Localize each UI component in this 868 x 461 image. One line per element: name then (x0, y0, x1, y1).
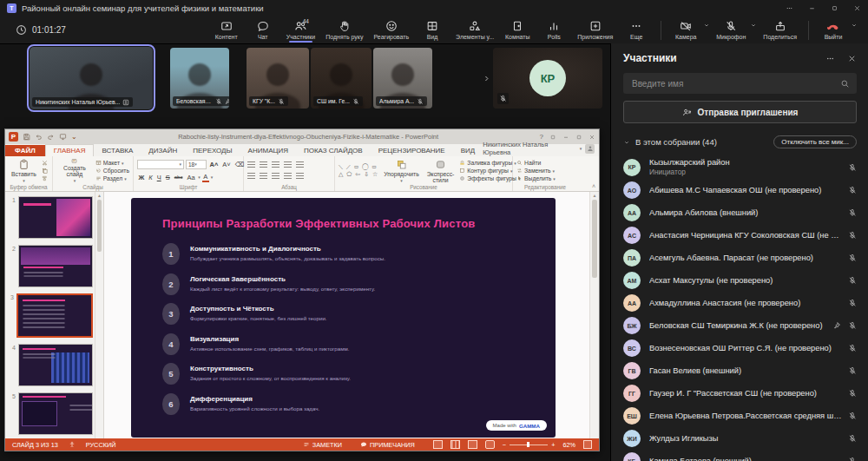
ppt-restore-icon[interactable] (575, 134, 582, 141)
align-right-button[interactable] (272, 173, 279, 180)
align-left-button[interactable] (247, 173, 255, 180)
bullets-button[interactable] (247, 161, 255, 168)
slide-thumbnail[interactable]: 1 (9, 196, 93, 239)
video-tile[interactable]: Никитинских Наталья Юрьев... (30, 47, 153, 109)
window-maximize-icon[interactable] (823, 0, 845, 16)
cut-icon[interactable] (42, 160, 48, 166)
slide-scrollbar[interactable]: ▲ (589, 192, 599, 438)
toolbar-button[interactable]: Поделиться (759, 18, 801, 41)
leave-button[interactable]: Выйти (816, 18, 851, 41)
mute-all-button[interactable]: Отключить все мик... (773, 135, 857, 148)
slide-thumbnail[interactable]: 4 (9, 344, 93, 386)
shape-fill-button[interactable]: Заливка фигуры▾ (459, 160, 520, 166)
zoom-in-icon[interactable]: + (551, 441, 555, 449)
chevron-down-icon[interactable] (703, 22, 710, 29)
video-tile[interactable]: Беловская СШ Темиркина... (170, 48, 229, 109)
video-tile[interactable]: СШ им. Ге... (311, 48, 372, 109)
search-input[interactable] (630, 78, 840, 89)
toolbar-button[interactable]: Поднять руку (321, 18, 367, 41)
account-info[interactable]: Никитинских Наталья Юрьевна▾ (483, 141, 599, 156)
toolbar-button[interactable]: Чат (246, 18, 280, 41)
columns-button[interactable] (296, 173, 304, 180)
participant-row[interactable]: ЖИ Жулдыз Игликызы (611, 427, 868, 450)
participant-row[interactable]: АМ Асхат Максутулы (не проверено) (611, 269, 868, 292)
shrink-font-icon[interactable]: A˅ (221, 161, 232, 168)
ribbon-tab[interactable]: ГЛАВНАЯ (45, 144, 95, 156)
participant-row[interactable]: КР Кызылжарский район Инициатор (611, 155, 868, 179)
accessibility-icon[interactable] (69, 441, 76, 448)
toolbar-button[interactable]: Вид (415, 18, 450, 41)
participant-row[interactable]: ПА Асемгуль Абаевна. Парасат (не провере… (611, 247, 868, 269)
strikethrough-button[interactable]: S (164, 174, 171, 181)
participant-row[interactable]: АО Абишева М.С Чапаевская ОШ (не провере… (611, 179, 868, 201)
replace-button[interactable]: Заменить▾ (516, 168, 556, 174)
mic-off-icon[interactable] (848, 344, 857, 352)
shape-outline-button[interactable]: Контур фигуры▾ (459, 168, 520, 174)
reading-view-icon[interactable] (468, 440, 477, 449)
spotlight-tile[interactable]: КР (493, 48, 602, 109)
italic-button[interactable]: К (148, 174, 154, 181)
mic-off-icon[interactable] (848, 208, 857, 217)
mic-off-icon[interactable] (848, 412, 857, 420)
mic-off-icon[interactable] (848, 254, 857, 262)
format-painter-icon[interactable] (42, 175, 48, 181)
ppt-minimize-icon[interactable] (562, 134, 569, 141)
video-tile[interactable]: Альмира А... (373, 48, 432, 109)
toolbar-button[interactable]: Приложения (573, 18, 617, 41)
participant-row[interactable]: КБ Камила Ботаева (внешний) (611, 450, 868, 461)
notes-button[interactable]: ЗАМЕТКИ (303, 441, 342, 449)
ribbon-tab[interactable]: ФАЙЛ (5, 145, 45, 156)
find-button[interactable]: Найти (516, 160, 556, 166)
new-slide-button[interactable]: Создать слайд▾ (56, 158, 93, 183)
toolbar-button[interactable]: Комнаты (500, 18, 535, 41)
mic-off-icon[interactable] (848, 276, 857, 285)
font-size-select[interactable]: 18▾ (186, 160, 207, 169)
font-name-select[interactable]: ▾ (137, 160, 184, 169)
text-shadow-button[interactable]: abc (173, 175, 184, 180)
participant-row[interactable]: АС Анастасия Черницина КГУ Соколовская С… (611, 224, 868, 247)
mic-off-icon[interactable] (848, 457, 857, 461)
participant-row[interactable]: ВС Вознесеновская ОШ Риттер С.Я. (не про… (611, 337, 868, 359)
mic-off-icon[interactable] (848, 299, 857, 307)
shape-effects-button[interactable]: Эффекты фигуры▾ (459, 175, 520, 181)
pin-icon[interactable] (832, 321, 841, 330)
participant-row[interactable]: АА Ахмадуллина Анастасия (не проверено) (611, 292, 868, 314)
mic-off-icon[interactable] (848, 231, 857, 240)
slideshow-view-icon[interactable] (485, 440, 495, 449)
panel-more-icon[interactable] (825, 54, 835, 63)
ribbon-tab[interactable]: ПЕРЕХОДЫ (185, 145, 240, 156)
save-icon[interactable] (23, 133, 30, 141)
zoom-slider[interactable] (527, 442, 529, 447)
slide-canvas[interactable]: Принципы Разработки Эффективных Рабочих … (131, 198, 556, 438)
ribbon-tab[interactable]: РЕЦЕНЗИРОВАНИЕ (371, 145, 453, 156)
select-button[interactable]: Выделить▾ (516, 175, 556, 181)
underline-button[interactable]: Ч (155, 174, 162, 181)
font-color-button[interactable]: А (202, 173, 209, 182)
fit-slide-icon[interactable] (583, 440, 592, 449)
participant-row[interactable]: ГГ Гаузер И. Г "Рассветская СШ (не прове… (611, 382, 868, 405)
window-more-icon[interactable] (778, 0, 800, 16)
ribbon-tab[interactable]: ДИЗАЙН (141, 145, 185, 156)
toolbar-button[interactable]: 44 Участники (282, 18, 319, 41)
numbering-button[interactable] (260, 161, 267, 168)
copy-icon[interactable] (42, 168, 48, 174)
language-indicator[interactable]: РУССКИЙ (86, 441, 116, 449)
ppt-close-icon[interactable] (589, 134, 595, 141)
chevron-down-icon[interactable] (851, 22, 858, 29)
chevron-down-icon[interactable] (750, 22, 757, 29)
shapes-gallery[interactable]: ⟍ ⟋ ▭ ◯ ▭ △ ⬠ ⇦ ⇩ ☆ (339, 164, 378, 178)
toolbar-button[interactable]: Камера (668, 18, 703, 41)
toolbar-button[interactable]: Контент (209, 18, 244, 41)
slide-thumbnail[interactable]: 2 (9, 245, 93, 287)
grow-font-icon[interactable]: A˄ (208, 161, 220, 168)
participant-row[interactable]: ГВ Гасан Велиев (внешний) (611, 359, 868, 382)
toolbar-button[interactable]: Реагировать (369, 18, 413, 41)
thumbnails-scrollbar[interactable]: ▲ (95, 192, 103, 438)
made-with-badge[interactable]: Made with GAMMA (486, 420, 547, 431)
zoom-level[interactable]: 62% (562, 441, 575, 449)
section-button[interactable]: Раздел▾ (95, 175, 129, 181)
mic-off-icon[interactable] (848, 186, 857, 194)
paste-button[interactable]: Вставить▾ (9, 158, 39, 183)
window-close-icon[interactable] (845, 0, 868, 16)
toolbar-button[interactable]: Polls (536, 18, 571, 41)
